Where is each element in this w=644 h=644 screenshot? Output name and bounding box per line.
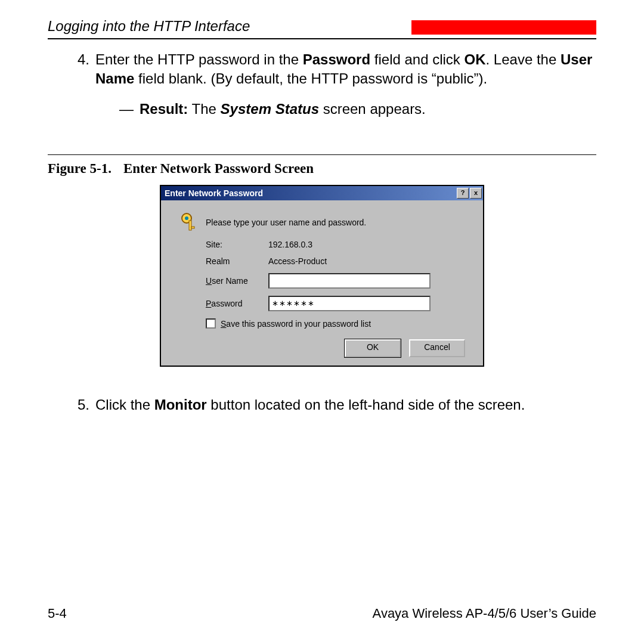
svg-rect-2 [189,221,191,230]
dialog-title: Enter Network Password [165,188,456,198]
cancel-button[interactable]: Cancel [409,339,465,357]
step-5: 5. Click the Monitor button located on t… [69,395,596,414]
password-dialog: Enter Network Password ? x Please type y… [160,185,484,367]
step-number: 4. [69,50,89,89]
save-password-label: Save this password in your password list [221,319,371,329]
password-label: Password [173,299,268,308]
realm-label: Realm [173,256,268,266]
close-icon[interactable]: x [470,188,482,199]
step-number: 5. [69,395,89,414]
figure-caption: Figure 5-1.Enter Network Password Screen [0,161,644,177]
step-4: 4. Enter the HTTP password in the Passwo… [69,50,596,89]
ok-button[interactable]: OK [345,339,401,357]
svg-point-1 [185,216,188,220]
svg-rect-3 [191,227,194,228]
password-input[interactable]: ∗∗∗∗∗∗ [268,296,431,311]
book-title: Avaya Wireless AP-4/5/6 User’s Guide [373,606,596,621]
dialog-instruction: Please type your user name and password. [206,218,471,227]
dialog-titlebar[interactable]: Enter Network Password ? x [161,186,483,200]
key-icon [173,212,206,233]
figure-rule [48,154,596,155]
username-input[interactable] [268,273,431,289]
help-icon[interactable]: ? [457,188,469,199]
page-number: 5-4 [48,606,67,621]
brand-bar [411,20,596,35]
realm-value: Access-Product [268,256,471,266]
save-password-checkbox[interactable] [206,318,216,329]
site-label: Site: [173,240,268,249]
username-label: User Name [173,276,268,286]
site-value: 192.168.0.3 [268,240,471,249]
page-header: Logging into the HTTP Interface [48,18,411,35]
result-line: — Result: The System Status screen appea… [119,100,596,119]
